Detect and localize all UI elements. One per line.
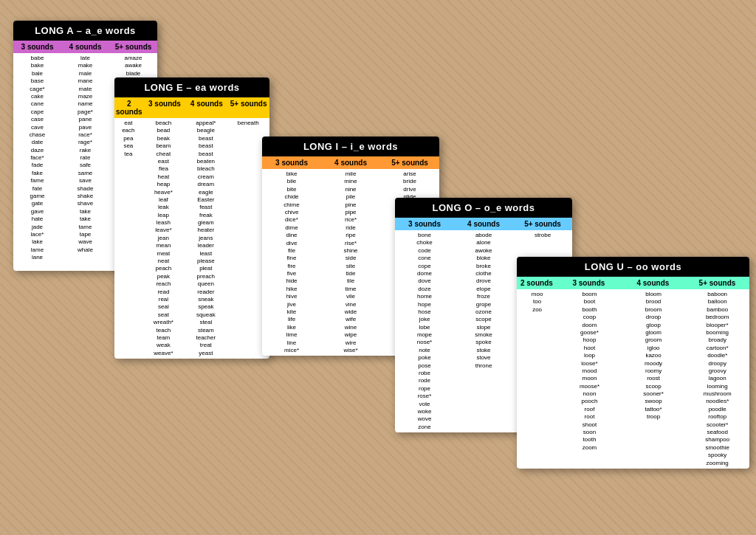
list-item: make — [64, 62, 106, 69]
list-item: vote — [398, 401, 451, 408]
list-item: grope — [457, 301, 510, 308]
list-item: chide — [265, 193, 318, 201]
list-item: groovy — [688, 367, 746, 375]
list-item: daze — [16, 147, 58, 154]
list-item: tattoo* — [625, 406, 683, 413]
list-item: boom — [560, 291, 619, 298]
list-item: eat — [117, 120, 140, 127]
list-item: balloon — [688, 298, 746, 306]
list-item: rise* — [324, 240, 377, 247]
list-item: site — [324, 263, 377, 270]
list-item: tide — [324, 270, 377, 277]
list-item: cave — [16, 124, 58, 131]
list-item: please — [188, 258, 224, 265]
list-item: case — [16, 116, 58, 123]
list-item: hike — [265, 286, 318, 293]
card-o-col2-body: abodealoneawokeblokebrokeclothedroveelop… — [454, 230, 513, 432]
card-o-title: LONG O – o_e words — [395, 198, 572, 218]
list-item: sneak — [188, 296, 224, 303]
list-item: beast — [188, 135, 224, 142]
list-item: maze — [64, 93, 106, 100]
card-a-col2-body: latemakemalemanematemazenamepage*panepav… — [61, 53, 109, 271]
list-item: heater — [188, 227, 224, 234]
list-item: zoo — [520, 306, 554, 314]
list-item: pooch — [560, 398, 619, 405]
list-item: cream — [188, 173, 224, 181]
list-item: reach — [145, 280, 182, 288]
list-item: ripe — [324, 232, 377, 239]
list-item: leader — [188, 242, 224, 249]
list-item: moody — [625, 360, 683, 367]
list-item: bead — [145, 127, 182, 134]
list-item: doze — [398, 286, 451, 293]
card-e-col1-header: 2 sounds — [114, 97, 144, 118]
list-item: spooky — [688, 452, 746, 459]
list-item: mood — [560, 367, 619, 375]
list-item: pane — [64, 116, 106, 123]
card-a-title: LONG A – a_e words — [13, 21, 157, 41]
list-item: tile — [324, 277, 377, 285]
card-e-col1-body: eateachpeaseatea — [114, 118, 142, 359]
card-o-col2-header: 4 sounds — [454, 218, 513, 230]
list-item: fine — [265, 255, 318, 262]
list-item: life — [265, 316, 318, 323]
list-item: meat — [145, 250, 182, 258]
list-item: elope — [457, 286, 510, 293]
list-item: woke — [398, 408, 451, 415]
list-item: weave* — [145, 350, 182, 357]
list-item: jean — [145, 235, 182, 242]
list-item: droopy — [688, 360, 746, 367]
list-item: five — [265, 270, 318, 277]
list-item: fame — [16, 177, 58, 184]
card-e-col3-header: 4 sounds — [185, 97, 227, 118]
list-item: shake — [64, 193, 106, 200]
list-item: booth — [560, 306, 619, 314]
list-item: mean — [145, 242, 182, 249]
card-a-headers: 3 sounds 4 sounds 5+ sounds — [13, 41, 157, 53]
list-item: seat — [145, 311, 182, 319]
list-item: game — [16, 193, 58, 200]
list-item: cake — [16, 93, 58, 100]
card-u-col1-body: mootoozoo — [517, 289, 557, 469]
list-item: east — [145, 158, 182, 165]
list-item: dine — [265, 232, 318, 239]
list-item: brood — [625, 298, 683, 306]
list-item: moon — [560, 375, 619, 382]
card-u-col2-body: boombootboothcoopdoomgoose*hoophootloopl… — [557, 289, 622, 469]
list-item: lime — [265, 331, 318, 339]
list-item: seal — [145, 303, 182, 311]
list-item: nine — [324, 186, 377, 193]
list-item: chase — [16, 131, 58, 139]
list-item: wine — [324, 324, 377, 331]
list-item: lake — [16, 238, 58, 246]
list-item: peak — [145, 273, 182, 280]
list-item: awoke — [457, 247, 510, 255]
list-item: gloop — [625, 322, 683, 329]
list-item: babe — [16, 55, 58, 62]
list-item: roomy — [625, 367, 683, 375]
card-a-col2-header: 4 sounds — [61, 41, 109, 53]
list-item: bone — [398, 232, 451, 239]
list-item: tame — [64, 224, 106, 231]
list-item: cage* — [16, 86, 58, 93]
list-item: shine — [324, 247, 377, 255]
list-item: blooper* — [688, 322, 746, 329]
list-item: date — [16, 139, 58, 146]
list-item: rode — [398, 377, 451, 384]
list-item: broke — [457, 263, 510, 270]
list-item: real — [145, 296, 182, 303]
list-item: page* — [64, 108, 106, 116]
list-item: wire — [324, 339, 377, 347]
list-item: least — [188, 250, 224, 258]
list-item: roof — [560, 406, 619, 413]
card-long-e: LONG E – ea words 2 sounds 3 sounds 4 so… — [114, 77, 269, 359]
list-item: jeans — [188, 235, 224, 242]
list-item: broom — [625, 306, 683, 314]
list-item: smoke — [457, 331, 510, 339]
list-item: sooner* — [625, 390, 683, 398]
list-item: gave — [16, 208, 58, 215]
list-item: drove — [457, 277, 510, 285]
list-item: leaf — [145, 196, 182, 204]
list-item: amaze — [112, 55, 154, 62]
list-item: save — [64, 177, 106, 184]
